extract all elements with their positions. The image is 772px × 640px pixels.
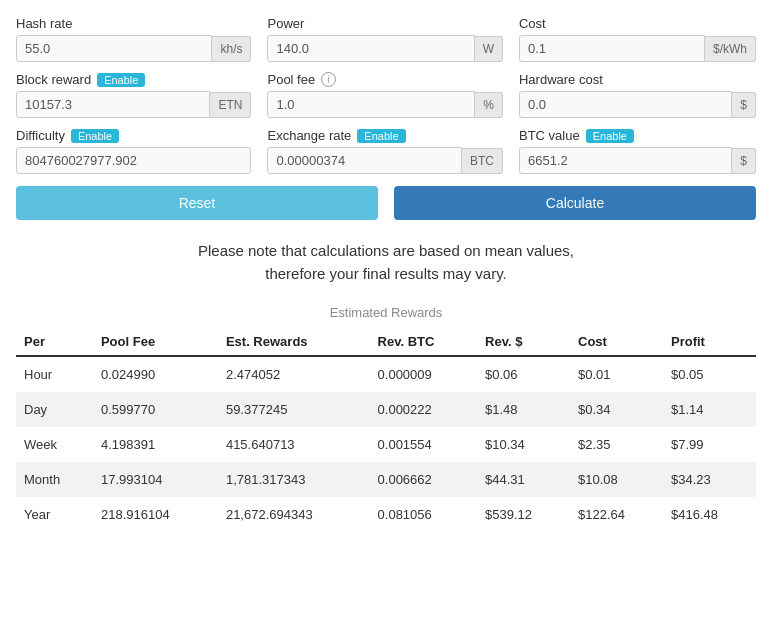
exchange-rate-group: Exchange rate Enable BTC [267,128,503,174]
pool-fee-unit: % [475,92,503,118]
cost-input[interactable] [519,35,705,62]
table-row: Week4.198391415.6407130.001554$10.34$2.3… [16,427,756,462]
col-header-rev-btc: Rev. BTC [370,328,477,356]
power-input[interactable] [267,35,474,62]
cell-est-rewards: 59.377245 [218,392,370,427]
hardware-cost-group: Hardware cost $ [519,72,756,118]
cell-pool-fee: 17.993104 [93,462,218,497]
cell-profit: $1.14 [663,392,756,427]
power-unit: W [475,36,503,62]
cell-cost: $122.64 [570,497,663,532]
cell-cost: $10.08 [570,462,663,497]
exchange-rate-label: Exchange rate [267,128,351,143]
hash-rate-input[interactable] [16,35,212,62]
cell-pool-fee: 4.198391 [93,427,218,462]
pool-fee-label: Pool fee [267,72,315,87]
cost-group: Cost $/kWh [519,16,756,62]
cell-est-rewards: 415.640713 [218,427,370,462]
cell-rev-btc: 0.006662 [370,462,477,497]
cell-cost: $0.34 [570,392,663,427]
cell-rev-dollar: $0.06 [477,356,570,392]
hardware-cost-input[interactable] [519,91,732,118]
exchange-rate-unit: BTC [462,148,503,174]
col-header-cost: Cost [570,328,663,356]
cell-rev-btc: 0.000009 [370,356,477,392]
estimated-rewards-label: Estimated Rewards [16,305,756,320]
pool-fee-info-icon[interactable]: i [321,72,336,87]
power-group: Power W [267,16,503,62]
buttons-row: Reset Calculate [16,186,756,220]
cell-rev-dollar: $1.48 [477,392,570,427]
hardware-cost-unit: $ [732,92,756,118]
cell-est-rewards: 2.474052 [218,356,370,392]
table-row: Month17.9931041,781.3173430.006662$44.31… [16,462,756,497]
pool-fee-input[interactable] [267,91,475,118]
table-row: Day0.59977059.3772450.000222$1.48$0.34$1… [16,392,756,427]
cell-rev-btc: 0.001554 [370,427,477,462]
col-header-per: Per [16,328,93,356]
cell-profit: $0.05 [663,356,756,392]
calculate-button[interactable]: Calculate [394,186,756,220]
form-grid: Hash rate kh/s Power W Cost $/kWh Block … [16,16,756,174]
cell-cost: $2.35 [570,427,663,462]
cell-profit: $34.23 [663,462,756,497]
btc-value-group: BTC value Enable $ [519,128,756,174]
block-reward-unit: ETN [210,92,251,118]
power-label: Power [267,16,304,31]
cell-rev-dollar: $44.31 [477,462,570,497]
hardware-cost-label: Hardware cost [519,72,603,87]
exchange-rate-input[interactable] [267,147,462,174]
difficulty-label: Difficulty [16,128,65,143]
btc-value-label: BTC value [519,128,580,143]
table-header-row: Per Pool Fee Est. Rewards Rev. BTC Rev. … [16,328,756,356]
btc-value-enable[interactable]: Enable [586,129,634,143]
btc-value-unit: $ [732,148,756,174]
exchange-rate-enable[interactable]: Enable [357,129,405,143]
cell-pool-fee: 0.599770 [93,392,218,427]
cell-per: Hour [16,356,93,392]
cell-profit: $416.48 [663,497,756,532]
cell-est-rewards: 21,672.694343 [218,497,370,532]
cell-rev-dollar: $539.12 [477,497,570,532]
cell-pool-fee: 218.916104 [93,497,218,532]
hash-rate-label: Hash rate [16,16,72,31]
cell-rev-dollar: $10.34 [477,427,570,462]
table-row: Year218.91610421,672.6943430.081056$539.… [16,497,756,532]
difficulty-enable[interactable]: Enable [71,129,119,143]
reset-button[interactable]: Reset [16,186,378,220]
cell-est-rewards: 1,781.317343 [218,462,370,497]
block-reward-group: Block reward Enable ETN [16,72,251,118]
cell-cost: $0.01 [570,356,663,392]
cell-rev-btc: 0.081056 [370,497,477,532]
col-header-pool-fee: Pool Fee [93,328,218,356]
cell-per: Year [16,497,93,532]
difficulty-input[interactable] [16,147,251,174]
hash-rate-unit: kh/s [212,36,251,62]
table-row: Hour0.0249902.4740520.000009$0.06$0.01$0… [16,356,756,392]
col-header-rev-dollar: Rev. $ [477,328,570,356]
block-reward-enable[interactable]: Enable [97,73,145,87]
results-table: Per Pool Fee Est. Rewards Rev. BTC Rev. … [16,328,756,532]
cell-rev-btc: 0.000222 [370,392,477,427]
cell-per: Month [16,462,93,497]
cost-label: Cost [519,16,546,31]
block-reward-input[interactable] [16,91,210,118]
cell-per: Week [16,427,93,462]
pool-fee-group: Pool fee i % [267,72,503,118]
difficulty-group: Difficulty Enable [16,128,251,174]
hash-rate-group: Hash rate kh/s [16,16,251,62]
cell-per: Day [16,392,93,427]
block-reward-label: Block reward [16,72,91,87]
cell-pool-fee: 0.024990 [93,356,218,392]
btc-value-input[interactable] [519,147,732,174]
col-header-profit: Profit [663,328,756,356]
cost-unit: $/kWh [705,36,756,62]
cell-profit: $7.99 [663,427,756,462]
col-header-est-rewards: Est. Rewards [218,328,370,356]
disclaimer-text: Please note that calculations are based … [16,240,756,285]
